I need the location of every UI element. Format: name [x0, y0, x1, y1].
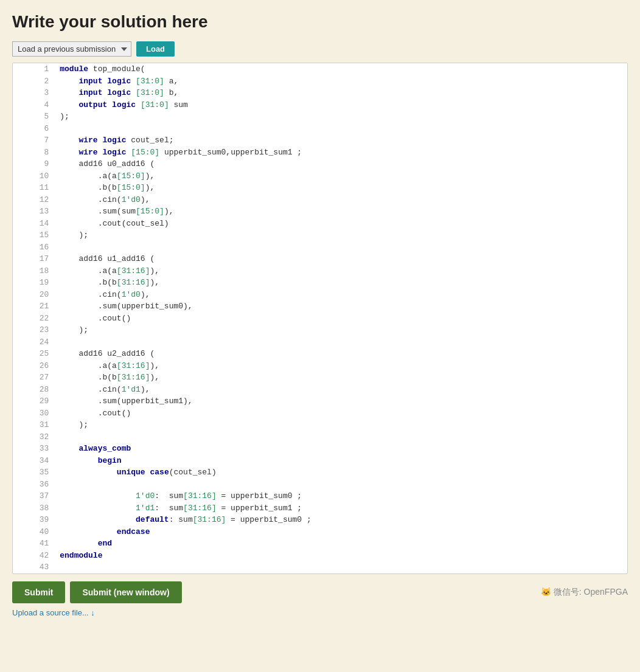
code-content: always_comb — [55, 443, 627, 455]
line-number: 41 — [13, 538, 55, 550]
line-number: 19 — [13, 277, 55, 289]
line-number: 27 — [13, 372, 55, 384]
table-row: 15 ); — [13, 229, 627, 241]
table-row: 29 .sum(upperbit_sum1), — [13, 395, 627, 407]
code-table: 1module top_module(2 input logic [31:0] … — [13, 63, 627, 573]
code-content: end — [55, 538, 627, 550]
table-row: 22 .cout() — [13, 313, 627, 325]
toolbar: Load a previous submission Load — [12, 41, 628, 57]
line-number: 38 — [13, 502, 55, 514]
line-number: 39 — [13, 514, 55, 526]
table-row: 23 ); — [13, 324, 627, 336]
table-row: 40 endcase — [13, 526, 627, 538]
table-row: 3 input logic [31:0] b, — [13, 87, 627, 99]
table-row: 20 .cin(1'd0), — [13, 289, 627, 301]
page-title: Write your solution here — [12, 12, 628, 32]
table-row: 27 .b(b[31:16]), — [13, 372, 627, 384]
submit-button[interactable]: Submit — [12, 581, 65, 603]
code-content: 1'd1: sum[31:16] = upperbit_sum1 ; — [55, 502, 627, 514]
table-row: 21 .sum(upperbit_sum0), — [13, 300, 627, 313]
submission-dropdown[interactable]: Load a previous submission — [12, 41, 131, 57]
line-number: 24 — [13, 336, 55, 348]
line-number: 13 — [13, 206, 55, 218]
code-content: .cin(1'd1), — [55, 384, 627, 396]
load-button[interactable]: Load — [136, 41, 175, 57]
table-row: 34 begin — [13, 455, 627, 467]
table-row: 12 .cin(1'd0), — [13, 194, 627, 206]
code-content: ); — [55, 324, 627, 336]
code-content: .cin(1'd0), — [55, 194, 627, 206]
code-content — [55, 241, 627, 254]
code-content: default: sum[31:16] = upperbit_sum0 ; — [55, 514, 627, 526]
code-content: .b(b[15:0]), — [55, 182, 627, 194]
line-number: 40 — [13, 526, 55, 538]
submit-new-window-button[interactable]: Submit (new window) — [70, 581, 181, 603]
line-number: 5 — [13, 111, 55, 123]
table-row: 24 — [13, 336, 627, 348]
line-number: 7 — [13, 134, 55, 147]
table-row: 17 add16 u1_add16 ( — [13, 253, 627, 265]
code-content: .cout() — [55, 407, 627, 420]
table-row: 25 add16 u2_add16 ( — [13, 348, 627, 360]
code-content: .sum(upperbit_sum1), — [55, 395, 627, 407]
table-row: 35 unique case(cout_sel) — [13, 466, 627, 479]
code-content: .b(b[31:16]), — [55, 277, 627, 289]
table-row: 7 wire logic cout_sel; — [13, 134, 627, 147]
code-content — [55, 123, 627, 135]
line-number: 42 — [13, 550, 55, 562]
line-number: 18 — [13, 265, 55, 277]
code-content: .cin(1'd0), — [55, 289, 627, 301]
line-number: 32 — [13, 431, 55, 443]
table-row: 31 ); — [13, 419, 627, 431]
line-number: 9 — [13, 158, 55, 170]
line-number: 37 — [13, 490, 55, 502]
code-content: .sum(upperbit_sum0), — [55, 300, 627, 313]
line-number: 12 — [13, 194, 55, 206]
line-number: 23 — [13, 324, 55, 336]
code-editor[interactable]: 1module top_module(2 input logic [31:0] … — [12, 63, 628, 574]
line-number: 3 — [13, 87, 55, 99]
code-content: .cout() — [55, 313, 627, 325]
line-number: 25 — [13, 348, 55, 360]
line-number: 2 — [13, 75, 55, 88]
table-row: 37 1'd0: sum[31:16] = upperbit_sum0 ; — [13, 490, 627, 502]
table-row: 33 always_comb — [13, 443, 627, 455]
table-row: 9 add16 u0_add16 ( — [13, 158, 627, 170]
code-content: .cout(cout_sel) — [55, 218, 627, 230]
table-row: 2 input logic [31:0] a, — [13, 75, 627, 88]
table-row: 19 .b(b[31:16]), — [13, 277, 627, 289]
table-row: 18 .a(a[31:16]), — [13, 265, 627, 277]
table-row: 13 .sum(sum[15:0]), — [13, 206, 627, 218]
code-content — [55, 431, 627, 443]
upload-link[interactable]: Upload a source file... — [12, 608, 89, 617]
line-number: 26 — [13, 360, 55, 372]
table-row: 26 .a(a[31:16]), — [13, 360, 627, 372]
line-number: 8 — [13, 147, 55, 159]
table-row: 42endmodule — [13, 550, 627, 562]
code-content: ); — [55, 229, 627, 241]
code-content — [55, 336, 627, 348]
table-row: 41 end — [13, 538, 627, 550]
code-content: ); — [55, 419, 627, 431]
upload-section: Upload a source file... ↓ — [12, 608, 628, 617]
submit-buttons: Submit Submit (new window) — [12, 581, 182, 603]
line-number: 43 — [13, 561, 55, 573]
code-content: output logic [31:0] sum — [55, 99, 627, 111]
code-content: input logic [31:0] a, — [55, 75, 627, 88]
table-row: 4 output logic [31:0] sum — [13, 99, 627, 111]
table-row: 36 — [13, 479, 627, 491]
line-number: 4 — [13, 99, 55, 111]
line-number: 29 — [13, 395, 55, 407]
table-row: 28 .cin(1'd1), — [13, 384, 627, 396]
table-row: 10 .a(a[15:0]), — [13, 170, 627, 182]
table-row: 6 — [13, 123, 627, 135]
code-content: add16 u2_add16 ( — [55, 348, 627, 360]
code-content — [55, 479, 627, 491]
code-content: .sum(sum[15:0]), — [55, 206, 627, 218]
code-content: input logic [31:0] b, — [55, 87, 627, 99]
code-content: 1'd0: sum[31:16] = upperbit_sum0 ; — [55, 490, 627, 502]
watermark-icon: 🐱 — [541, 587, 551, 597]
table-row: 38 1'd1: sum[31:16] = upperbit_sum1 ; — [13, 502, 627, 514]
table-row: 43 — [13, 561, 627, 573]
code-content: ); — [55, 111, 627, 123]
